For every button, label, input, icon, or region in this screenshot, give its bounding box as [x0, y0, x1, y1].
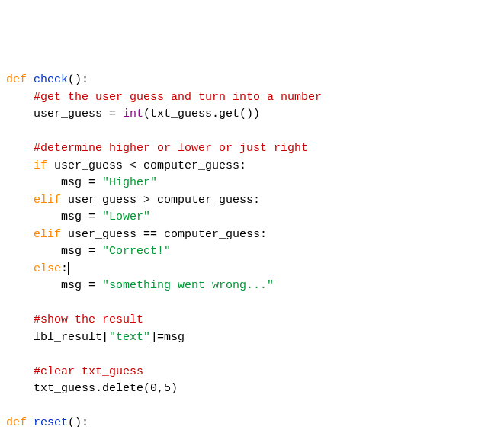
code-text: txt_guess.delete(0,5)	[6, 382, 178, 395]
blank-line	[6, 124, 498, 141]
code-line: if user_guess < computer_guess:	[6, 158, 498, 175]
code-line: msg = "Lower"	[6, 209, 498, 226]
func-name-check: check	[34, 73, 68, 86]
keyword-elif: elif	[34, 194, 61, 207]
code-line: #clear txt_guess	[6, 364, 498, 381]
code-text: user_guess > computer_guess:	[61, 194, 260, 207]
comment: #clear txt_guess	[34, 365, 143, 378]
code-line: elif user_guess == computer_guess:	[6, 226, 498, 244]
code-line: user_guess = int(txt_guess.get())	[6, 106, 498, 124]
code-line: #get the user guess and turn into a numb…	[6, 89, 498, 107]
blank-line	[6, 398, 498, 416]
code-line: #determine higher or lower or just right	[6, 140, 498, 158]
code-text: user_guess < computer_guess:	[47, 159, 246, 172]
code-line: txt_guess.delete(0,5)	[6, 380, 498, 398]
code-text: user_guess == computer_guess:	[61, 228, 267, 241]
code-text: msg =	[6, 210, 102, 223]
code-text: msg =	[6, 176, 102, 189]
blank-line	[6, 346, 498, 364]
string-literal: "Higher"	[102, 176, 157, 189]
code-text: ():	[68, 73, 88, 86]
code-line: def check():	[6, 72, 498, 89]
code-text: :	[61, 262, 68, 275]
code-line: else:	[6, 261, 498, 278]
string-literal: "Correct!"	[102, 245, 171, 258]
code-line: #show the result	[6, 312, 498, 329]
keyword-else: else	[34, 262, 61, 275]
code-text: lbl_result[	[6, 331, 109, 344]
keyword-elif: elif	[34, 228, 61, 241]
code-block: def check(): #get the user guess and tur…	[6, 72, 498, 427]
string-literal: "something went wrong..."	[102, 279, 274, 292]
code-line: elif user_guess > computer_guess:	[6, 192, 498, 210]
code-text: msg =	[6, 245, 102, 258]
code-text: ]=msg	[150, 331, 185, 344]
string-literal: "text"	[109, 331, 150, 344]
code-line: msg = "Higher"	[6, 175, 498, 192]
code-text: (txt_guess.get())	[143, 108, 260, 120]
code-line: lbl_result["text"]=msg	[6, 329, 498, 347]
keyword-def: def	[6, 416, 27, 427]
keyword-def: def	[6, 73, 27, 86]
keyword-if: if	[34, 159, 47, 172]
func-name-reset: reset	[34, 416, 68, 427]
comment: #determine higher or lower or just right	[34, 142, 308, 155]
comment: #get the user guess and turn into a numb…	[34, 91, 322, 104]
code-text: ():	[68, 416, 88, 427]
code-text: user_guess =	[6, 108, 123, 120]
code-text: msg =	[6, 279, 102, 292]
code-line: msg = "Correct!"	[6, 243, 498, 261]
builtin-int: int	[123, 108, 143, 120]
string-literal: "Lower"	[102, 210, 150, 223]
comment: #show the result	[34, 313, 143, 326]
code-line: def reset():	[6, 415, 498, 427]
blank-line	[6, 295, 498, 313]
code-line: msg = "something went wrong..."	[6, 278, 498, 295]
text-cursor	[68, 262, 69, 275]
